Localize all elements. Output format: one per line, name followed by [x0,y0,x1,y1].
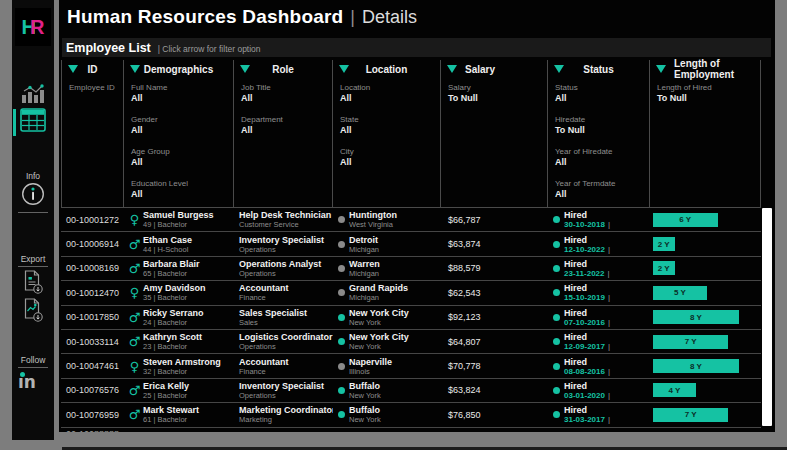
filter-field[interactable]: Job Title All [241,83,332,104]
table-rows: 00-10001272 ♀ Samuel Burgess 49 | Bachel… [61,207,761,428]
status-dot [553,289,560,296]
salary-value: $66,787 [448,215,481,225]
filter-arrow-icon[interactable] [240,65,250,73]
filter-field-value: All [555,189,649,200]
city: Grand Rapids [349,283,408,293]
city: New York City [349,332,409,342]
filter-field[interactable]: State All [340,115,440,136]
filter-arrow-icon[interactable] [656,65,666,73]
filter-field[interactable]: Status All [555,83,649,104]
status-dot [553,216,560,223]
city-dot [338,216,345,223]
filter-field[interactable]: Hiredate To Null [555,115,649,136]
status-dot [553,338,560,345]
filter-field-label: Location [340,83,440,93]
table-row[interactable]: 00-10076576 ♂ Erica Kelly 25 | Bachelor … [61,379,761,403]
sidebar-divider [18,266,48,267]
filter-field-label: Status [555,83,649,93]
department: Sales [239,318,307,327]
export-image-button[interactable] [23,298,44,326]
filter-field-label: Year of Hiredate [555,147,649,157]
table-row-partial[interactable]: 00-10088888 [61,428,761,432]
filter-arrow-icon[interactable] [554,65,564,73]
table-grid-icon [20,108,46,132]
logo-letter-r: R [30,16,44,39]
job-title: Inventory Specialist [239,235,324,245]
status-dot [553,241,560,248]
filter-field[interactable]: Location All [340,83,440,104]
filter-field[interactable]: Age Group All [131,147,233,168]
sidebar-divider [18,367,48,368]
employee-list-title: Employee List [66,41,151,55]
table-row[interactable]: 00-10008169 ♂ Barbara Blair 65 | Bachelo… [61,257,761,281]
export-pdf-button[interactable] [23,270,44,298]
filter-field[interactable]: Year of Termdate All [555,179,649,200]
filter-field[interactable]: Department All [241,115,332,136]
table-column-header: Demographics Full Name All Gender All Ag… [124,60,234,207]
filter-arrow-icon[interactable] [447,65,457,73]
employee-age-education: 61 | Bachelor [143,415,199,424]
sidebar: H R Info [12,0,54,440]
filter-field[interactable]: Employee ID [69,83,123,104]
filter-arrow-icon[interactable] [339,65,349,73]
table-row[interactable]: 00-10001272 ♀ Samuel Burgess 49 | Bachel… [61,208,761,232]
title-main: Human Resources Dashboard [67,6,343,27]
vertical-scrollbar[interactable] [762,208,772,426]
table-row[interactable]: 00-10033114 ♂ Kathryn Scott 23 | Bachelo… [61,330,761,354]
hire-date: 12-10-2022 [564,245,605,254]
table-row[interactable]: 00-10076959 ♂ Mark Stewart 61 | Bachelor… [61,403,761,427]
hire-date: 15-10-2019 [564,293,605,302]
filter-field[interactable]: Salary To Null [448,83,547,104]
filter-field-label: City [340,147,440,157]
gender-icon: ♂ [128,335,141,348]
employment-years-label: 7 Y [685,337,697,346]
table-row[interactable]: 00-10017850 ♂ Ricky Serrano 24 | Bachelo… [61,306,761,330]
filter-field[interactable]: Length of Hired To Null [657,83,760,104]
column-header-label: Length of Employment [674,58,760,80]
salary-value: $70,778 [448,361,481,371]
details-page-nav-icon[interactable] [20,108,46,136]
date-separator: | [608,391,610,400]
employee-name: Ricky Serrano [143,308,204,318]
info-button[interactable] [21,182,45,210]
filter-field-value: All [555,157,649,168]
job-title: Sales Specialist [239,308,307,318]
filter-field[interactable]: Education Level All [131,179,233,200]
filter-field[interactable]: City All [340,147,440,168]
filter-field-label: Education Level [131,179,233,189]
column-header-label: Role [272,64,294,75]
filter-field[interactable]: Gender All [131,115,233,136]
filter-field-value: To Null [555,125,649,136]
filter-field[interactable]: Year of Hiredate All [555,147,649,168]
city: New York City [349,308,409,318]
employee-name: Barbara Blair [143,259,200,269]
table-row[interactable]: 00-10047461 ♀ Steven Armstrong 32 | Bach… [61,354,761,378]
filter-field[interactable]: Full Name All [131,83,233,104]
filter-arrow-icon[interactable] [68,65,78,73]
table-row[interactable]: 00-10006914 ♂ Ethan Case 44 | H-School I… [61,232,761,256]
employee-name: Samuel Burgess [143,210,214,220]
employee-id: 00-10047461 [66,361,119,371]
employee-id: 00-10088888 [66,429,119,432]
follow-label: Follow [12,355,54,365]
hire-date: 30-10-2018 [564,220,605,229]
state: Michigan [349,293,408,302]
salary-value: $88,579 [448,263,481,273]
city-dot [338,411,345,418]
filter-arrow-icon[interactable] [130,65,140,73]
gender-icon: ♂ [128,262,141,275]
employment-years-label: 4 Y [669,386,681,395]
status-label: Hired [564,283,610,293]
linkedin-icon[interactable]: ın [18,371,48,393]
table-row[interactable]: 00-10012470 ♀ Amy Davidson 35 | Bachelor… [61,281,761,305]
export-image-icon [23,298,44,322]
date-separator: | [608,245,610,254]
employment-years-label: 8 Y [690,362,702,371]
gender-icon: ♀ [128,360,141,373]
title-divider: | [350,7,355,27]
chart-page-nav-icon[interactable] [21,84,45,108]
main-panel: Human Resources Dashboard|Details Employ… [59,0,775,432]
employment-years-label: 8 Y [690,313,702,322]
employment-years-label: 5 Y [674,288,686,297]
filter-field-value: All [131,157,233,168]
